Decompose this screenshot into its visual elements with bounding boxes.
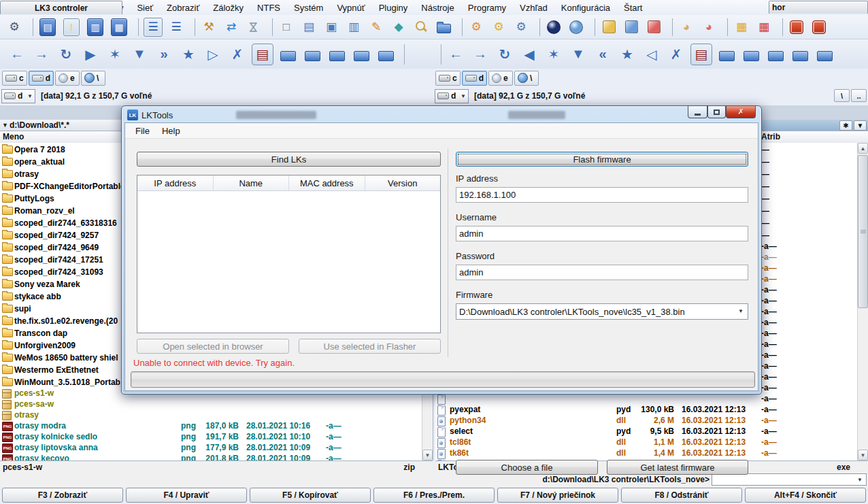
fkey-f3[interactable]: F3 / Zobraziť [2, 488, 123, 503]
fkey-f6[interactable]: F6 / Pres./Prem. [373, 488, 495, 503]
drive-button-d[interactable]: d [462, 71, 487, 86]
compare-icon[interactable]: ⇄ [222, 18, 240, 36]
file-row[interactable]: otrasy [0, 409, 433, 420]
minimize-button[interactable] [688, 106, 707, 118]
drive-selector[interactable]: d ▼ [1, 89, 35, 103]
power-off-icon[interactable] [788, 18, 805, 36]
pack-files-icon[interactable]: ▤ [39, 18, 56, 36]
edit-file-icon[interactable]: ✎ [367, 18, 385, 36]
copy-file-icon[interactable]: ▣ [322, 18, 340, 36]
go-root-icon[interactable]: ◁ [641, 44, 662, 65]
file-row[interactable]: pces-sa-w [0, 399, 433, 409]
restart-icon[interactable] [810, 18, 828, 36]
pie-chart-tan-icon[interactable]: ◕ [678, 18, 695, 36]
cancel-icon[interactable]: ✗ [227, 44, 248, 65]
attributes-icon[interactable]: ◆ [390, 18, 407, 36]
folder-search-icon[interactable] [716, 44, 737, 65]
refresh-icon[interactable]: ↻ [495, 44, 515, 65]
root-dir-button[interactable]: \ [834, 89, 850, 102]
folder-image-icon[interactable] [814, 44, 835, 65]
chevron-down-icon[interactable]: ▼ [857, 477, 863, 483]
globe-dark-icon[interactable] [545, 18, 563, 36]
file-row[interactable]: PNGotrasy liptovska annapng177,9 kB28.01… [0, 442, 433, 453]
dialog-menu-file[interactable]: File [129, 124, 156, 137]
fkey-f7[interactable]: F7 / Nový priečinok [497, 488, 618, 503]
cancel-icon[interactable]: ✗ [666, 44, 686, 65]
sync-dirs-icon[interactable]: ▥ [345, 18, 363, 36]
cube-red-icon[interactable] [645, 18, 663, 36]
filter-icon[interactable]: ▼ [129, 44, 150, 65]
test-archive-icon[interactable]: ▥ [87, 18, 103, 36]
search-icon[interactable] [412, 18, 430, 36]
menu-pluginy[interactable]: Pluginy [372, 1, 415, 14]
use-in-flasher-button[interactable]: Use selected in Flasher [299, 339, 441, 354]
maximize-button[interactable] [707, 106, 726, 118]
folder-open-icon[interactable] [435, 18, 452, 36]
drive-selector[interactable]: d ▼ [435, 89, 469, 103]
fkey-f8[interactable]: F8 / Odstrániť [621, 488, 742, 503]
step-forward-icon[interactable]: ▶ [80, 44, 101, 65]
choose-file-button[interactable]: Choose a file [456, 460, 598, 475]
cube-blue-icon[interactable] [622, 18, 640, 36]
step-back-icon[interactable]: ◀ [519, 44, 539, 65]
file-row[interactable]: pyexpatpyd130,0 kB16.03.2021 12:13-a— [435, 404, 868, 415]
tab-right-panel[interactable]: hor [769, 1, 868, 14]
menu-vypn[interactable]: Vypnúť [330, 1, 371, 14]
folder-new-icon[interactable] [302, 44, 322, 65]
forward-icon[interactable]: → [31, 44, 52, 65]
folder-search-icon[interactable] [278, 44, 298, 65]
grid-red-icon[interactable]: ▦ [755, 18, 773, 36]
file-row[interactable]: -a— [435, 393, 868, 404]
grid-yellow-icon[interactable]: ▦ [733, 18, 750, 36]
table-header-name[interactable]: Name [214, 175, 290, 190]
dir-hotlist-icon[interactable]: ▤ [252, 44, 273, 65]
refresh-icon[interactable]: ↻ [56, 44, 76, 65]
rewind-icon[interactable]: « [592, 44, 613, 65]
drive-button-e[interactable]: e [488, 71, 513, 86]
checksum-icon[interactable]: ▦ [111, 18, 127, 36]
folder-tree-icon[interactable] [790, 44, 810, 65]
view-file-icon[interactable]: ▤ [300, 18, 318, 36]
drive-button-c[interactable]: c [435, 71, 461, 86]
username-field[interactable]: admin [456, 226, 748, 241]
password-field[interactable]: admin [456, 265, 748, 280]
file-row[interactable]: tk86tdll1,4 M16.03.2021 12:13-a— [435, 448, 868, 458]
settings-gear-orange-icon[interactable]: ⚙ [467, 18, 485, 36]
lktools-dialog[interactable]: LK LKTools ✗ FileHelp Find LKs IP addres… [121, 105, 762, 394]
hourglass-icon[interactable]: ⋈ [245, 18, 263, 36]
file-row[interactable]: selectpyd9,5 kB16.03.2021 12:13-a— [435, 426, 868, 437]
get-latest-firmware-button[interactable]: Get latest firmware [607, 460, 748, 475]
close-button[interactable]: ✗ [726, 106, 756, 118]
menu-programy[interactable]: Programy [461, 1, 513, 14]
go-root-icon[interactable]: ▷ [203, 44, 223, 65]
settings-gears-yellow-icon[interactable]: ⚙ [490, 18, 507, 36]
drive-button-[interactable]: \ [81, 71, 105, 86]
column-atrib-header[interactable]: Atrib [761, 132, 780, 141]
fkey-f5[interactable]: F5 / Kopírovať [250, 488, 371, 503]
menu-tart[interactable]: Štart [617, 1, 649, 14]
ip-address-field[interactable]: 192.168.1.100 [456, 187, 748, 203]
dir-hotlist-icon[interactable]: ▤ [690, 44, 712, 65]
menu-zobrazi[interactable]: Zobraziť [160, 1, 206, 14]
brief-view-icon[interactable]: ☰ [144, 18, 163, 37]
pie-chart-red-icon[interactable]: ◕ [700, 18, 718, 36]
menu-n-stroje[interactable]: Nástroje [414, 1, 461, 14]
menu-syst-m[interactable]: Systém [287, 1, 330, 14]
file-row[interactable]: tcl86tdll1,1 M16.03.2021 12:13-a— [435, 437, 868, 448]
new-window-icon[interactable]: □ [278, 18, 295, 36]
table-header-ip-address[interactable]: IP address [137, 175, 214, 190]
fkey-f4[interactable]: F4 / Upraviť [126, 488, 247, 503]
fkey-alt-f4[interactable]: Alt+F4 / Skončiť [745, 488, 866, 503]
drive-button-c[interactable]: c [2, 71, 27, 86]
open-in-browser-button[interactable]: Open selected in browser [137, 339, 289, 354]
full-view-icon[interactable]: ☰ [167, 18, 185, 36]
wrench-icon[interactable]: ⚒ [200, 18, 218, 36]
drive-button-[interactable]: \ [514, 71, 539, 86]
folder-sync-icon[interactable] [765, 44, 786, 65]
unpack-files-icon[interactable]: ! [63, 18, 80, 36]
file-row[interactable]: PNGotrasy modrapng187,0 kB28.01.2021 10:… [0, 420, 433, 431]
panel-star-button[interactable]: ✱ [839, 120, 852, 131]
file-row[interactable]: python34dll2,6 M16.03.2021 12:13-a— [435, 415, 868, 426]
folder-image-icon[interactable] [375, 44, 396, 65]
chevron-down-icon[interactable]: ▼ [738, 308, 744, 314]
